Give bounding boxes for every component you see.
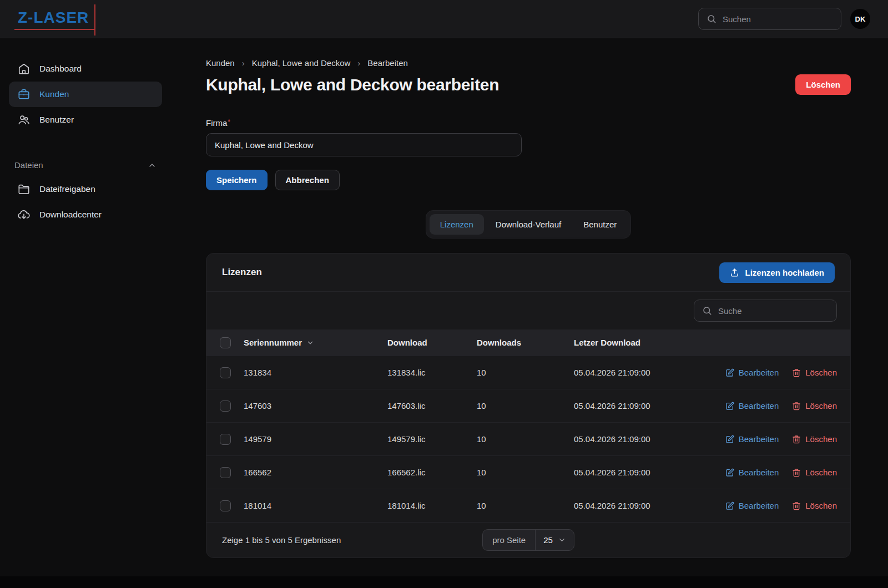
briefcase-icon: [18, 88, 30, 100]
trash-icon: [792, 501, 801, 510]
breadcrumb-kunden[interactable]: Kunden: [206, 58, 235, 68]
license-table-body: 131834 131834.lic 10 05.04.2026 21:09:00…: [206, 356, 850, 522]
firma-label: Firma*: [206, 118, 851, 128]
breadcrumb-company[interactable]: Kuphal, Lowe and Deckow: [252, 58, 351, 68]
cell-seriennummer: 149579: [244, 434, 387, 444]
users-icon: [18, 114, 30, 126]
trash-icon: [792, 368, 801, 377]
breadcrumb: Kunden › Kuphal, Lowe and Deckow › Bearb…: [206, 58, 851, 68]
trash-icon: [792, 402, 801, 410]
column-downloads: Downloads: [477, 338, 574, 347]
sidebar-item-dashboard[interactable]: Dashboard: [9, 56, 162, 82]
detail-tabs: Lizenzen Download-Verlauf Benutzer: [426, 210, 632, 239]
row-checkbox[interactable]: [220, 367, 231, 378]
row-delete-button[interactable]: Löschen: [792, 501, 837, 510]
cell-downloads: 10: [477, 501, 574, 510]
row-delete-button[interactable]: Löschen: [792, 401, 837, 410]
cell-seriennummer: 181014: [244, 501, 387, 510]
sidebar-item-label: Dashboard: [39, 64, 82, 74]
logo-laser-hline: [14, 29, 95, 30]
column-seriennummer[interactable]: Seriennummer: [244, 338, 387, 347]
column-letzer-download: Letzer Download: [574, 338, 721, 347]
row-checkbox[interactable]: [220, 500, 231, 511]
cancel-button[interactable]: Abbrechen: [275, 170, 340, 190]
save-button[interactable]: Speichern: [206, 170, 268, 190]
page-title: Kuphal, Lowe and Deckow bearbeiten: [206, 75, 499, 94]
row-checkbox[interactable]: [220, 434, 231, 445]
sidebar-item-benutzer[interactable]: Benutzer: [9, 107, 162, 133]
breadcrumb-bearbeiten: Bearbeiten: [367, 58, 408, 68]
table-footer: Zeige 1 bis 5 von 5 Ergebnissen pro Seit…: [206, 522, 850, 557]
bottom-strip: [0, 576, 888, 588]
chevron-right-icon: ›: [357, 58, 360, 68]
sidebar-section-label: Dateien: [14, 160, 43, 170]
logo-text: Z-LASER: [18, 9, 89, 26]
sidebar-item-kunden[interactable]: Kunden: [9, 82, 162, 107]
edit-icon: [725, 435, 734, 444]
tab-benutzer[interactable]: Benutzer: [573, 214, 627, 235]
row-checkbox[interactable]: [220, 401, 231, 412]
main-content: Kunden › Kuphal, Lowe and Deckow › Bearb…: [171, 38, 888, 576]
per-page-label: pro Seite: [483, 530, 535, 550]
per-page-select[interactable]: pro Seite 25: [482, 529, 574, 551]
edit-icon: [725, 468, 734, 477]
cell-download[interactable]: 181014.lic: [387, 501, 477, 510]
table-row: 147603 147603.lic 10 05.04.2026 21:09:00…: [206, 389, 850, 422]
global-search-input[interactable]: Suchen: [698, 8, 841, 30]
per-page-value: 25: [543, 535, 553, 545]
row-delete-button[interactable]: Löschen: [792, 468, 837, 477]
lizenzen-card: Lizenzen Lizenzen hochladen Suche: [206, 253, 851, 558]
sidebar-item-label: Benutzer: [39, 115, 74, 125]
tab-download-verlauf[interactable]: Download-Verlauf: [485, 214, 572, 235]
card-title: Lizenzen: [222, 267, 262, 278]
home-icon: [18, 63, 30, 75]
results-summary: Zeige 1 bis 5 von 5 Ergebnissen: [222, 535, 341, 545]
select-all-checkbox[interactable]: [220, 337, 231, 348]
sidebar-item-downloadcenter[interactable]: Downloadcenter: [9, 202, 162, 227]
column-download: Download: [387, 338, 477, 347]
firma-input[interactable]: [206, 133, 522, 156]
upload-licenses-button[interactable]: Lizenzen hochladen: [719, 262, 835, 283]
table-row: 166562 166562.lic 10 05.04.2026 21:09:00…: [206, 455, 850, 489]
license-search-input[interactable]: Suche: [694, 300, 837, 322]
sidebar-item-dateifreigaben[interactable]: Dateifreigaben: [9, 176, 162, 202]
row-delete-button[interactable]: Löschen: [792, 434, 837, 444]
cell-letzer-download: 05.04.2026 21:09:00: [574, 368, 721, 377]
sidebar: Dashboard Kunden Benutzer Dateien Dateif…: [0, 38, 171, 576]
sidebar-item-label: Kunden: [39, 89, 69, 99]
search-icon: [707, 14, 717, 24]
edit-icon: [725, 368, 734, 377]
cell-letzer-download: 05.04.2026 21:09:00: [574, 434, 721, 444]
cell-seriennummer: 147603: [244, 401, 387, 410]
row-delete-button[interactable]: Löschen: [792, 368, 837, 377]
search-icon: [702, 306, 712, 316]
sidebar-item-label: Downloadcenter: [39, 210, 102, 220]
table-row: 131834 131834.lic 10 05.04.2026 21:09:00…: [206, 356, 850, 389]
cell-download[interactable]: 166562.lic: [387, 468, 477, 477]
table-row: 181014 181014.lic 10 05.04.2026 21:09:00…: [206, 489, 850, 522]
global-search-placeholder: Suchen: [723, 14, 751, 24]
row-checkbox[interactable]: [220, 467, 231, 478]
chevron-up-icon: [148, 161, 157, 170]
cell-download[interactable]: 149579.lic: [387, 434, 477, 444]
logo-laser-vline: [94, 4, 95, 36]
sidebar-section-dateien[interactable]: Dateien: [9, 160, 162, 170]
tab-lizenzen[interactable]: Lizenzen: [430, 214, 484, 235]
row-edit-button[interactable]: Bearbeiten: [725, 368, 779, 377]
user-avatar[interactable]: DK: [850, 9, 870, 29]
upload-icon: [730, 268, 739, 277]
cell-letzer-download: 05.04.2026 21:09:00: [574, 501, 721, 510]
cell-downloads: 10: [477, 434, 574, 444]
cell-seriennummer: 131834: [244, 368, 387, 377]
sidebar-item-label: Dateifreigaben: [39, 184, 95, 194]
row-edit-button[interactable]: Bearbeiten: [725, 468, 779, 477]
cell-download[interactable]: 131834.lic: [387, 368, 477, 377]
row-edit-button[interactable]: Bearbeiten: [725, 401, 779, 410]
table-row: 149579 149579.lic 10 05.04.2026 21:09:00…: [206, 422, 850, 455]
cell-download[interactable]: 147603.lic: [387, 401, 477, 410]
z-laser-logo[interactable]: Z-LASER: [18, 8, 94, 30]
delete-company-button[interactable]: Löschen: [795, 74, 851, 95]
trash-icon: [792, 435, 801, 444]
row-edit-button[interactable]: Bearbeiten: [725, 501, 779, 510]
row-edit-button[interactable]: Bearbeiten: [725, 434, 779, 444]
